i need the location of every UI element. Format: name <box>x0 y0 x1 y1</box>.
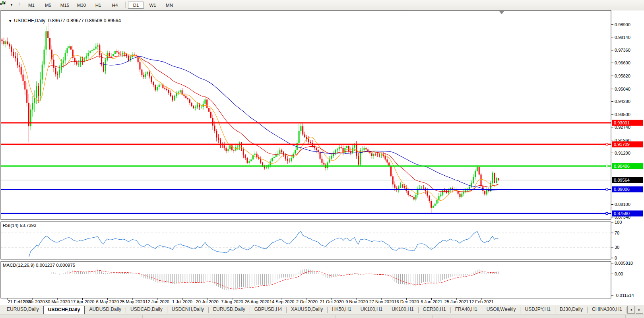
date-label: 7 Aug 2020 <box>221 299 243 304</box>
price-axis-label: 0.93500 <box>615 112 630 117</box>
tab-usdcad-daily[interactable]: USDCAD,Daily <box>126 305 167 314</box>
chart-shift-marker[interactable] <box>499 11 504 14</box>
tab-china300-h1[interactable]: CHINA300,H1 <box>588 305 627 314</box>
date-label: 25 May 2020 <box>120 299 145 304</box>
status-strip <box>0 314 644 318</box>
strip-divider <box>142 315 143 318</box>
price-axis-label: 0.95040 <box>615 87 630 91</box>
date-label: 11 Mar 2020 <box>21 299 45 304</box>
rsi-axis-label: 100 <box>615 220 622 225</box>
date-label: 6 May 2020 <box>96 299 119 304</box>
date-label: 21 Oct 2020 <box>320 299 344 304</box>
price-axis-label: 0.94280 <box>615 99 630 104</box>
hline-handle-0.91709[interactable] <box>606 143 608 145</box>
price-badge-0.89006: 0.89006 <box>614 187 630 192</box>
price-badge-0.90406: 0.90406 <box>614 164 630 169</box>
tab-uk100-h1[interactable]: UK100,H1 <box>387 305 418 314</box>
price-badge-0.91709: 0.91709 <box>614 142 630 147</box>
date-label: 9 Nov 2020 <box>345 299 368 304</box>
date-label: 25 Jan 2021 <box>444 299 469 304</box>
tab-fra40-h1[interactable]: FRA40,H1 <box>451 305 482 314</box>
chart-canvas: 0.989000.981400.973600.966000.958200.950… <box>0 0 644 305</box>
strip-divider <box>239 315 239 318</box>
tab-audusd-daily[interactable]: AUDUSD,Daily <box>85 305 126 314</box>
price-axis-label: 0.88100 <box>615 202 630 207</box>
price-axis-label: 0.98140 <box>615 35 630 40</box>
chart-tab-bar: EURUSD,DailyUSDCHF,DailyAUDUSD,DailyUSDC… <box>0 305 644 314</box>
tab-ger30-h1[interactable]: GER30,H1 <box>419 305 450 314</box>
moving-average-24 <box>48 56 499 192</box>
tab-usdjpy-h1[interactable]: USDJPY,H1 <box>520 305 555 314</box>
hline-handle-0.87560[interactable] <box>606 213 608 215</box>
date-label: 14 Sep 2020 <box>270 299 294 304</box>
price-axis-label: 0.96600 <box>615 60 630 65</box>
tab-usoil-weekly[interactable]: USOil,Weekly <box>482 305 520 314</box>
date-label: 1 Jul 2020 <box>172 299 192 304</box>
main-pane-border <box>1 10 611 219</box>
date-label: 12 Jun 2020 <box>145 299 169 304</box>
hline-handle-0.89006[interactable] <box>606 188 608 190</box>
tab-eurusd-daily[interactable]: EURUSD,Daily <box>2 305 43 314</box>
date-label: 6 Jan 2021 <box>421 299 442 304</box>
rsi-axis-label: 30 <box>615 245 619 250</box>
strip-divider <box>336 315 336 318</box>
price-axis-label: 0.91200 <box>615 151 630 155</box>
date-label: 26 Aug 2020 <box>245 299 270 304</box>
tab-usdcnh-daily[interactable]: USDCNH,Daily <box>167 305 208 314</box>
strip-divider <box>432 315 433 318</box>
x-axis-labels: 21 Feb 202011 Mar 202030 Mar 202017 Apr … <box>8 298 494 304</box>
macd-axis-label: 0.005818 <box>615 261 633 266</box>
tab-hk50-h1[interactable]: HK50,H1 <box>328 305 356 314</box>
mt4-window: ▼ M1M5M15M30H1H4D1W1MN ▼USDCHF,Daily 0.8… <box>0 0 644 318</box>
price-axis-label: 0.95820 <box>615 74 630 78</box>
rsi-line <box>29 231 499 257</box>
date-label: 20 Jul 2020 <box>196 299 219 304</box>
price-badge-0.87560: 0.87560 <box>614 211 630 216</box>
strip-divider <box>625 315 626 318</box>
date-label: 16 Dec 2020 <box>394 299 419 304</box>
price-badge-0.93001: 0.93001 <box>614 120 630 125</box>
strip-divider <box>529 315 529 318</box>
moving-average-52 <box>100 56 499 190</box>
macd-signal-line <box>69 271 499 289</box>
hline-handle-0.90406[interactable] <box>606 165 608 167</box>
macd-pane-border <box>1 262 611 298</box>
tab-xauusd-daily[interactable]: XAUUSD,Daily <box>287 305 327 314</box>
macd-axis-label: -0.011514 <box>615 293 634 298</box>
date-label: 30 Mar 2020 <box>45 299 70 304</box>
price-axis-label: 0.98900 <box>615 22 630 27</box>
tab-usdchf-daily[interactable]: USDCHF,Daily <box>43 306 85 314</box>
date-label: 27 Nov 2020 <box>369 299 394 304</box>
rsi-axis-label: 70 <box>615 231 619 235</box>
candles-layer <box>2 23 499 213</box>
date-label: 12 Feb 2021 <box>469 299 494 304</box>
date-label: 17 Apr 2020 <box>71 299 94 304</box>
tabs-scroll-left-button[interactable]: ◄ <box>627 306 635 314</box>
strip-divider <box>46 315 46 318</box>
tab-gbpusd-h4[interactable]: GBPUSD,H4 <box>250 305 286 314</box>
rsi-axis-label: 0 <box>615 256 617 260</box>
tab-dj30-daily[interactable]: DJ30,Daily <box>555 305 587 314</box>
tabs-scroll-right-button[interactable]: ► <box>636 306 643 314</box>
rsi-pane-border <box>1 222 611 259</box>
tab-uk100-h1[interactable]: UK100,H1 <box>356 305 387 314</box>
tab-scroll-buttons: ◄ ► <box>627 306 643 314</box>
date-label: 2 Oct 2020 <box>296 299 318 304</box>
current-price-badge: 0.89564 <box>614 178 630 182</box>
macd-axis-label: 0.00 <box>615 271 623 276</box>
tab-eurusd-daily[interactable]: EURUSD,Daily <box>209 305 250 314</box>
price-axis-label: 0.97360 <box>615 48 630 52</box>
moving-average-8 <box>16 48 499 200</box>
